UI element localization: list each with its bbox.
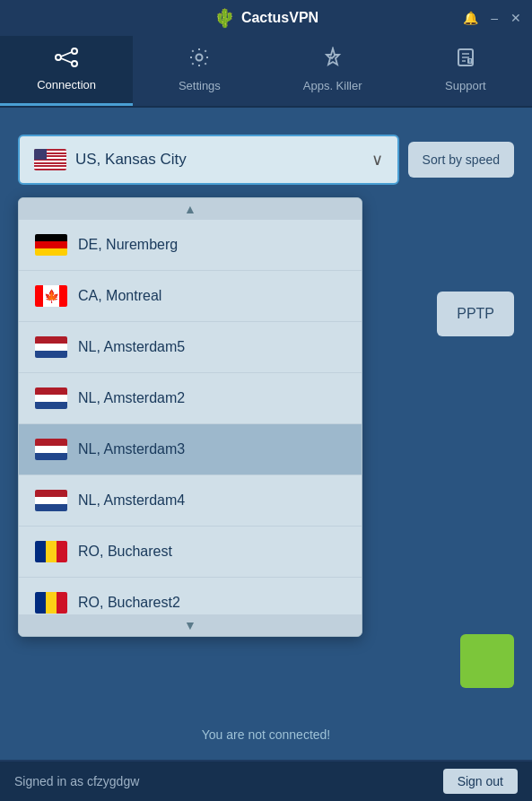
app-logo: 🌵 CactusVPN (214, 7, 318, 29)
tab-apps-killer-label: Apps. Killer (303, 79, 362, 92)
nav-tabs: Connection Settings Apps. Killer (0, 36, 532, 108)
flag-nl (35, 439, 67, 460)
title-bar: 🌵 CactusVPN 🔔 – ✕ (0, 0, 532, 36)
tab-support-label: Support (445, 79, 486, 92)
signed-in-label: Signed in as cfzygdgw (14, 774, 139, 788)
selected-server-name: US, Kansas City (75, 151, 187, 169)
svg-line-4 (61, 58, 72, 63)
server-item-name: NL, Amsterdam4 (78, 492, 185, 509)
list-item[interactable]: NL, Amsterdam5 (19, 322, 362, 373)
server-item-name: CA, Montreal (78, 288, 161, 304)
connection-status: You are not connected! (0, 727, 532, 742)
flag-ro (35, 541, 67, 562)
tab-connection[interactable]: Connection (0, 36, 133, 106)
server-item-name: RO, Bucharest2 (78, 595, 180, 611)
sign-out-button[interactable]: Sign out (443, 769, 518, 794)
server-selector-row: US, Kansas City ∨ Sort by speed (18, 135, 514, 185)
list-item[interactable]: NL, Amsterdam2 (19, 373, 362, 424)
bell-icon[interactable]: 🔔 (463, 11, 478, 25)
flag-nl (35, 336, 67, 358)
list-item[interactable]: NL, Amsterdam4 (19, 475, 362, 527)
server-item-name: NL, Amsterdam2 (78, 390, 185, 406)
settings-icon (188, 47, 210, 74)
bottom-bar: Signed in as cfzygdgw Sign out (0, 762, 532, 801)
app-name: CactusVPN (241, 10, 318, 26)
tab-apps-killer[interactable]: Apps. Killer (266, 36, 399, 106)
flag-ca (35, 285, 67, 307)
list-item[interactable]: RO, Bucharest2 (19, 578, 362, 614)
svg-point-0 (56, 55, 61, 60)
svg-point-5 (196, 55, 203, 61)
close-button[interactable]: ✕ (510, 11, 521, 25)
tab-settings[interactable]: Settings (133, 36, 266, 106)
server-item-name: RO, Bucharest (78, 544, 172, 560)
connect-button[interactable] (460, 634, 514, 688)
flag-nl (35, 490, 67, 511)
server-item-name: NL, Amsterdam5 (78, 339, 185, 355)
dropdown-list[interactable]: DE, Nuremberg CA, Montreal NL, Amsterdam… (19, 220, 362, 614)
scroll-down-arrow[interactable]: ▼ (19, 614, 362, 636)
flag-nl (35, 387, 67, 409)
connection-icon (55, 48, 78, 73)
server-select-box[interactable]: US, Kansas City ∨ (18, 135, 399, 185)
apps-killer-icon (322, 47, 344, 74)
tab-settings-label: Settings (179, 79, 221, 92)
list-item[interactable]: NL, Amsterdam3 (19, 424, 362, 475)
window-controls: 🔔 – ✕ (463, 11, 521, 25)
selected-flag (34, 149, 66, 170)
protocol-button[interactable]: PPTP (437, 292, 514, 336)
svg-line-3 (61, 52, 72, 57)
server-item-name: DE, Nuremberg (78, 237, 178, 253)
minimize-button[interactable]: – (491, 11, 498, 25)
svg-point-1 (72, 48, 77, 54)
server-item-name: NL, Amsterdam3 (78, 441, 185, 457)
svg-point-2 (72, 61, 77, 66)
tab-support[interactable]: Support (399, 36, 532, 106)
chevron-down-icon: ∨ (371, 150, 383, 170)
list-item[interactable]: RO, Bucharest (19, 527, 362, 578)
flag-ro (35, 592, 67, 614)
main-content: US, Kansas City ∨ Sort by speed ▲ DE, Nu… (0, 108, 532, 760)
list-item[interactable]: DE, Nuremberg (19, 220, 362, 271)
selected-server: US, Kansas City (34, 149, 187, 170)
flag-de (35, 234, 67, 256)
scroll-up-arrow[interactable]: ▲ (19, 198, 362, 220)
support-icon (455, 47, 476, 74)
server-dropdown: ▲ DE, Nuremberg CA, Montreal NL, Amsterd… (18, 197, 362, 637)
sort-by-speed-button[interactable]: Sort by speed (408, 142, 514, 178)
tab-connection-label: Connection (37, 78, 96, 91)
list-item[interactable]: CA, Montreal (19, 271, 362, 322)
cactus-icon: 🌵 (214, 7, 236, 29)
